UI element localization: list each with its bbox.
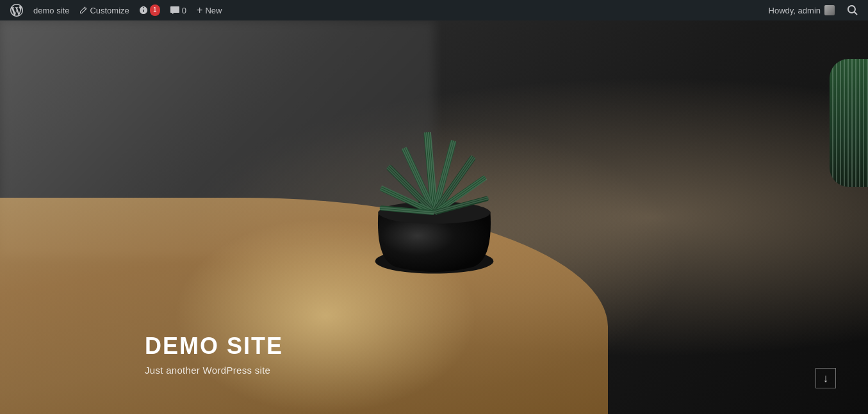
plant-svg <box>338 68 530 286</box>
wordpress-logo-icon <box>10 4 23 17</box>
search-button[interactable] <box>842 0 863 20</box>
comments-button[interactable]: 0 <box>165 0 192 20</box>
admin-bar: demo site Customize ↻ 1 0 + New <box>0 0 868 20</box>
comments-count: 0 <box>182 6 186 15</box>
howdy-label: Howdy, admin <box>769 6 821 15</box>
new-icon: + <box>197 4 202 16</box>
new-label: New <box>205 6 222 15</box>
site-name-label: demo site <box>33 6 69 15</box>
admin-avatar <box>824 5 835 15</box>
customize-label: Customize <box>90 6 129 15</box>
right-plant <box>830 59 868 187</box>
scroll-arrow-icon: ↓ <box>823 372 829 385</box>
search-icon <box>848 5 858 15</box>
updates-icon: ↻ <box>140 6 147 14</box>
howdy-section[interactable]: Howdy, admin <box>764 5 840 15</box>
updates-button[interactable]: ↻ 1 <box>135 0 165 20</box>
hero-section: DEMO SITE Just another WordPress site ↓ <box>0 20 868 414</box>
adminbar-left: demo site Customize ↻ 1 0 + New <box>5 0 227 20</box>
hero-text-block: DEMO SITE Just another WordPress site <box>145 333 283 376</box>
customize-icon <box>79 6 87 14</box>
hero-tagline: Just another WordPress site <box>145 365 283 376</box>
customize-button[interactable]: Customize <box>74 0 134 20</box>
updates-badge: 1 <box>150 4 160 16</box>
svg-text:↻: ↻ <box>141 8 145 13</box>
new-content-button[interactable]: + New <box>192 0 227 20</box>
site-name-button[interactable]: demo site <box>28 0 74 20</box>
hero-site-title: DEMO SITE <box>145 333 283 360</box>
scroll-down-button[interactable]: ↓ <box>815 368 836 388</box>
wp-logo-button[interactable] <box>5 0 28 20</box>
adminbar-right: Howdy, admin <box>764 0 863 20</box>
comments-icon <box>170 6 179 14</box>
